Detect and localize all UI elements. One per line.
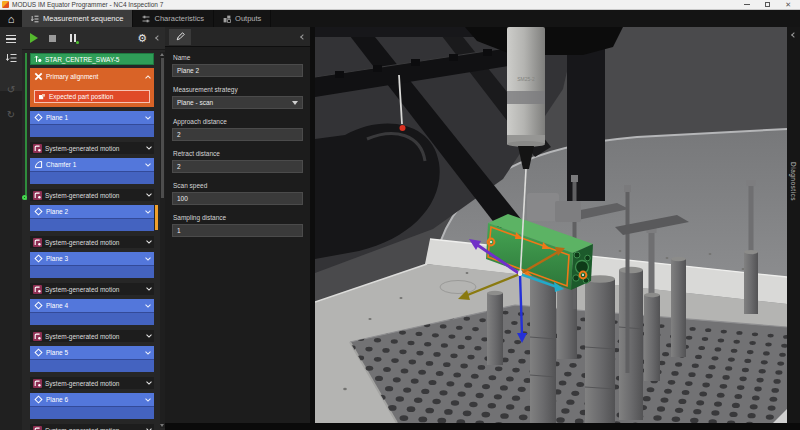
scan-speed-input[interactable]: 100 xyxy=(172,192,303,205)
chevron-down-icon[interactable] xyxy=(145,396,151,402)
scrollbar-thumb[interactable] xyxy=(161,58,164,198)
menu-icon xyxy=(6,38,16,39)
diagnostics-sidebar: Diagnostics xyxy=(787,27,800,423)
chevron-down-icon[interactable] xyxy=(146,238,152,244)
sequence-item-system-generated-motion[interactable]: System-generated motion xyxy=(30,424,154,430)
tab-measurement-sequence[interactable]: Measurement sequence xyxy=(22,10,133,27)
selection-indicator xyxy=(155,205,158,230)
maximize-button[interactable] xyxy=(765,2,770,7)
app-logo-icon xyxy=(2,1,9,8)
tab-characteristics[interactable]: Characteristics xyxy=(133,10,214,27)
approach-distance-input[interactable]: 2 xyxy=(172,128,303,141)
plane-icon xyxy=(34,395,43,404)
sequence-order-button[interactable] xyxy=(3,51,19,65)
close-button[interactable]: ✕ xyxy=(785,1,791,8)
expand-diagnostics-button[interactable] xyxy=(791,32,797,38)
home-icon: ⌂ xyxy=(8,13,15,25)
sequence-item-plane-3[interactable]: Plane 3 xyxy=(30,252,154,278)
sampling-distance-input[interactable]: 1 xyxy=(172,224,303,237)
collapse-tree-panel-button[interactable] xyxy=(155,35,161,41)
motion-icon xyxy=(34,239,41,246)
pencil-icon xyxy=(176,32,185,41)
redo-icon: ↻ xyxy=(7,110,15,120)
window-title: MODUS IM Equator Programmer - NC4 Inspec… xyxy=(12,1,163,8)
sequence-item-system-generated-motion[interactable]: System-generated motion xyxy=(30,236,154,248)
edit-button[interactable] xyxy=(169,29,191,45)
sequence-list-icon xyxy=(31,15,39,23)
sequence-item-system-generated-motion[interactable]: System-generated motion xyxy=(30,283,154,295)
status-dot xyxy=(76,41,79,44)
name-input[interactable]: Plane 2 xyxy=(172,64,303,77)
title-bar: MODUS IM Equator Programmer - NC4 Inspec… xyxy=(0,0,800,10)
sequence-item-plane-1[interactable]: Plane 1 xyxy=(30,111,154,137)
stylus-tip xyxy=(518,270,522,274)
measurement-strategy-dropdown[interactable]: Plane - scan xyxy=(172,96,303,109)
home-button[interactable]: ⌂ xyxy=(0,10,22,27)
retract-distance-input[interactable]: 2 xyxy=(172,160,303,173)
menu-button[interactable] xyxy=(3,32,19,46)
plane-icon xyxy=(34,207,43,216)
chevron-down-icon[interactable] xyxy=(146,379,152,385)
sequence-item-primary-alignment[interactable]: Primary alignment Expected part position xyxy=(30,68,154,107)
field-name: Name Plane 2 xyxy=(172,54,303,77)
stop-button[interactable] xyxy=(49,35,56,42)
chevron-down-icon[interactable] xyxy=(145,302,151,308)
properties-header xyxy=(165,27,310,47)
sequence-item-expected-part-position[interactable]: Expected part position xyxy=(34,90,150,103)
redo-button[interactable]: ↻ xyxy=(3,108,19,122)
field-retract-distance: Retract distance 2 xyxy=(172,150,303,173)
plane-icon xyxy=(34,348,43,357)
plane-icon xyxy=(34,301,43,310)
field-measurement-strategy: Measurement strategy Plane - scan xyxy=(172,86,303,109)
sequence-item-star-centre-sway-5[interactable]: STAR_CENTRE_SWAY-5 xyxy=(30,53,154,65)
undo-icon: ↺ xyxy=(7,85,15,95)
sequence-item-plane-2[interactable]: Plane 2 xyxy=(30,205,154,231)
sequence-item-system-generated-motion[interactable]: System-generated motion xyxy=(30,330,154,342)
probe-model-label: SM25-2 xyxy=(517,76,535,82)
sequence-item-system-generated-motion[interactable]: System-generated motion xyxy=(30,377,154,389)
sequence-item-system-generated-motion[interactable]: System-generated motion xyxy=(30,189,154,201)
viewport-3d[interactable]: SM25-2 xyxy=(310,27,787,423)
undo-button[interactable]: ↺ xyxy=(3,83,19,97)
execution-progress-line xyxy=(25,53,27,200)
chevron-up-icon[interactable] xyxy=(145,75,151,81)
chevron-down-icon[interactable] xyxy=(146,144,152,150)
tab-outputs[interactable]: Outputs xyxy=(214,10,271,27)
sequence-toolbar: ⚙ xyxy=(22,27,165,50)
collapse-properties-button[interactable] xyxy=(300,34,306,40)
sequence-item-plane-6[interactable]: Plane 6 xyxy=(30,393,154,419)
chevron-down-icon[interactable] xyxy=(146,332,152,338)
chevron-down-icon[interactable] xyxy=(146,191,152,197)
diagnostics-tab[interactable]: Diagnostics xyxy=(790,162,797,201)
current-position-marker xyxy=(22,195,27,200)
scroll-down-icon[interactable] xyxy=(160,424,164,427)
sequence-item-system-generated-motion[interactable]: System-generated motion xyxy=(30,142,154,154)
scroll-up-icon[interactable] xyxy=(160,53,164,56)
chevron-down-icon[interactable] xyxy=(145,255,151,261)
step-pause-button[interactable] xyxy=(69,34,78,43)
probe-red-tip xyxy=(400,125,406,131)
minimize-button[interactable] xyxy=(744,4,750,5)
chevron-down-icon[interactable] xyxy=(145,161,151,167)
sequence-item-chamfer-1[interactable]: Chamfer 1 xyxy=(30,158,154,184)
left-rail: ↺ ↻ xyxy=(0,27,22,430)
settings-button[interactable]: ⚙ xyxy=(137,33,147,44)
chevron-down-icon[interactable] xyxy=(146,426,152,430)
sequence-order-icon xyxy=(6,53,17,63)
chevron-down-icon xyxy=(292,101,298,105)
sequence-item-plane-5[interactable]: Plane 5 xyxy=(30,346,154,372)
chevron-down-icon[interactable] xyxy=(145,114,151,120)
measurement-sequence-panel: ⚙ STAR_CENTRE_SWAY-5Primary alignment Ex… xyxy=(22,27,165,430)
chevron-down-icon[interactable] xyxy=(145,349,151,355)
field-label: Scan speed xyxy=(173,182,303,189)
field-label: Measurement strategy xyxy=(173,86,303,93)
sequence-tree-scroll: STAR_CENTRE_SWAY-5Primary alignment Expe… xyxy=(22,50,165,430)
chevron-down-icon[interactable] xyxy=(145,208,151,214)
main-tab-bar: ⌂ Measurement sequence Characteristics O… xyxy=(0,10,800,27)
sequence-item-plane-4[interactable]: Plane 4 xyxy=(30,299,154,325)
viewport-3d-scene[interactable]: SM25-2 xyxy=(315,27,787,423)
motion-icon xyxy=(34,145,41,152)
sequence-tree-items: STAR_CENTRE_SWAY-5Primary alignment Expe… xyxy=(30,53,154,430)
chevron-down-icon[interactable] xyxy=(146,285,152,291)
play-button[interactable] xyxy=(30,33,38,43)
